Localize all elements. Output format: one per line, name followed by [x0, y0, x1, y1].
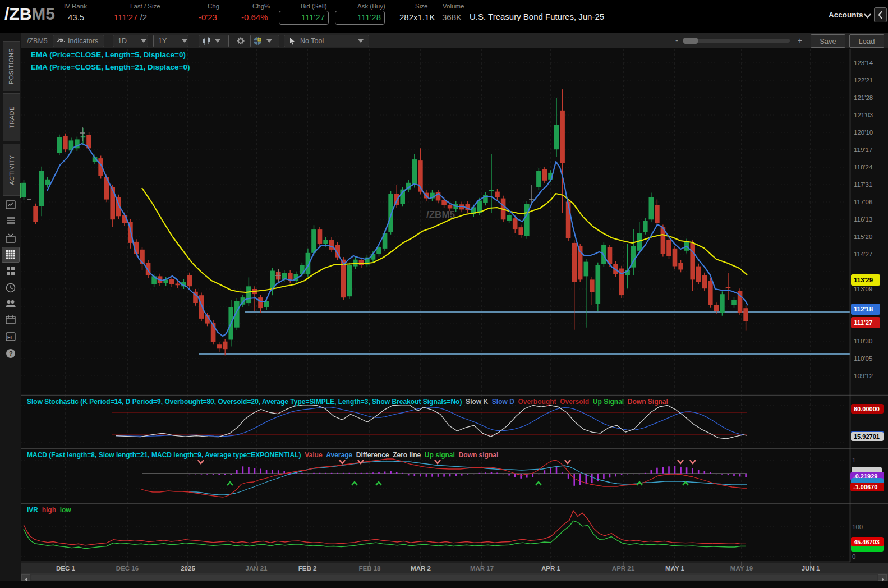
- svg-text:118'24: 118'24: [854, 164, 873, 171]
- svg-text:114'27: 114'27: [854, 251, 872, 258]
- svg-text:-1.00670: -1.00670: [853, 484, 877, 490]
- svg-text:MAR 2: MAR 2: [411, 565, 431, 572]
- svg-text:FI: FI: [7, 334, 12, 340]
- svg-text:115'20: 115'20: [854, 233, 872, 240]
- svg-text:117'06: 117'06: [854, 199, 872, 205]
- svg-text:121'28: 121'28: [854, 94, 873, 101]
- svg-text:0: 0: [852, 553, 855, 560]
- svg-text:110'05: 110'05: [854, 355, 872, 362]
- svg-text:109'12: 109'12: [854, 373, 873, 379]
- svg-text:111'27: 111'27: [854, 319, 872, 326]
- svg-text:APR 21: APR 21: [612, 565, 635, 572]
- svg-text:MAY 19: MAY 19: [730, 565, 753, 572]
- svg-text:1: 1: [852, 457, 855, 463]
- svg-text:/ZBM5: /ZBM5: [426, 209, 455, 220]
- svg-text:Slow Stochastic (K Period=14,: Slow Stochastic (K Period=14, D Period=9…: [27, 398, 668, 406]
- svg-text:100: 100: [852, 523, 863, 530]
- svg-text:JUN 1: JUN 1: [802, 565, 820, 572]
- svg-text:119'17: 119'17: [854, 146, 872, 153]
- svg-text:IVR high low: IVR high low: [27, 506, 71, 514]
- svg-text:110'30: 110'30: [854, 338, 872, 344]
- svg-text:80.00000: 80.00000: [854, 406, 880, 412]
- svg-text:15.92701: 15.92701: [854, 433, 880, 440]
- svg-text:MAR 17: MAR 17: [470, 565, 494, 572]
- svg-text:EMA (Price=CLOSE, Length=21, D: EMA (Price=CLOSE, Length=21, Displace=0): [31, 63, 190, 71]
- svg-text:123'14: 123'14: [854, 59, 873, 66]
- svg-text:117'31: 117'31: [854, 181, 872, 188]
- svg-text:122'21: 122'21: [854, 77, 873, 84]
- svg-text:121'03: 121'03: [854, 112, 873, 118]
- svg-text:FEB 2: FEB 2: [298, 565, 317, 572]
- svg-text:MAY 1: MAY 1: [665, 565, 684, 572]
- svg-text:113'29: 113'29: [854, 277, 873, 283]
- svg-text:120'10: 120'10: [854, 129, 873, 136]
- svg-text:APR 1: APR 1: [541, 565, 560, 572]
- svg-text:FEB 18: FEB 18: [359, 565, 381, 572]
- svg-text:112'18: 112'18: [854, 306, 873, 313]
- svg-text:EMA (Price=CLOSE, Length=5, Di: EMA (Price=CLOSE, Length=5, Displace=0): [31, 50, 186, 59]
- svg-text:DEC 16: DEC 16: [116, 565, 139, 572]
- svg-text:113'09: 113'09: [854, 286, 872, 292]
- svg-text:45.46703: 45.46703: [854, 539, 880, 545]
- svg-text:?: ?: [9, 350, 13, 357]
- svg-text:2025: 2025: [181, 565, 195, 572]
- svg-text:DEC 1: DEC 1: [56, 565, 75, 572]
- svg-text:116'13: 116'13: [854, 216, 872, 223]
- svg-text:JAN 21: JAN 21: [246, 565, 268, 572]
- svg-text:MACD (Fast length=8, Slow leng: MACD (Fast length=8, Slow length=21, MAC…: [27, 451, 498, 459]
